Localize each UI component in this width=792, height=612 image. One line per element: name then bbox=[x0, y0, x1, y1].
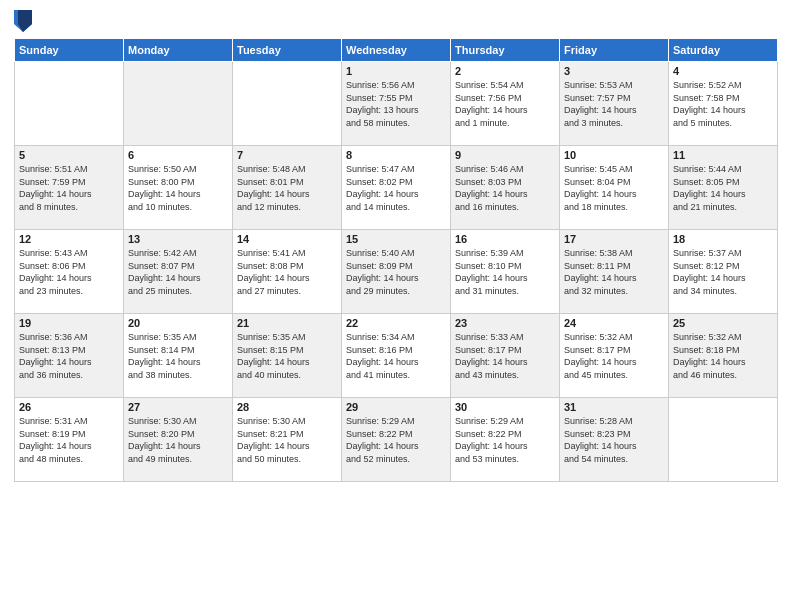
weekday-header-tuesday: Tuesday bbox=[233, 39, 342, 62]
day-number: 28 bbox=[237, 401, 337, 413]
calendar-day: 22Sunrise: 5:34 AMSunset: 8:16 PMDayligh… bbox=[342, 314, 451, 398]
calendar-day: 30Sunrise: 5:29 AMSunset: 8:22 PMDayligh… bbox=[451, 398, 560, 482]
day-info: Sunrise: 5:54 AMSunset: 7:56 PMDaylight:… bbox=[455, 79, 555, 129]
day-number: 7 bbox=[237, 149, 337, 161]
day-number: 29 bbox=[346, 401, 446, 413]
day-number: 19 bbox=[19, 317, 119, 329]
day-number: 2 bbox=[455, 65, 555, 77]
day-number: 22 bbox=[346, 317, 446, 329]
day-info: Sunrise: 5:29 AMSunset: 8:22 PMDaylight:… bbox=[346, 415, 446, 465]
day-info: Sunrise: 5:35 AMSunset: 8:14 PMDaylight:… bbox=[128, 331, 228, 381]
calendar-day: 10Sunrise: 5:45 AMSunset: 8:04 PMDayligh… bbox=[560, 146, 669, 230]
weekday-row: SundayMondayTuesdayWednesdayThursdayFrid… bbox=[15, 39, 778, 62]
day-number: 15 bbox=[346, 233, 446, 245]
day-info: Sunrise: 5:30 AMSunset: 8:20 PMDaylight:… bbox=[128, 415, 228, 465]
calendar-day: 3Sunrise: 5:53 AMSunset: 7:57 PMDaylight… bbox=[560, 62, 669, 146]
calendar-day: 28Sunrise: 5:30 AMSunset: 8:21 PMDayligh… bbox=[233, 398, 342, 482]
day-info: Sunrise: 5:52 AMSunset: 7:58 PMDaylight:… bbox=[673, 79, 773, 129]
day-info: Sunrise: 5:35 AMSunset: 8:15 PMDaylight:… bbox=[237, 331, 337, 381]
calendar-week-5: 26Sunrise: 5:31 AMSunset: 8:19 PMDayligh… bbox=[15, 398, 778, 482]
day-number: 9 bbox=[455, 149, 555, 161]
calendar-day: 4Sunrise: 5:52 AMSunset: 7:58 PMDaylight… bbox=[669, 62, 778, 146]
calendar-day: 20Sunrise: 5:35 AMSunset: 8:14 PMDayligh… bbox=[124, 314, 233, 398]
calendar-day: 25Sunrise: 5:32 AMSunset: 8:18 PMDayligh… bbox=[669, 314, 778, 398]
logo bbox=[14, 10, 34, 32]
day-number: 17 bbox=[564, 233, 664, 245]
calendar-day: 26Sunrise: 5:31 AMSunset: 8:19 PMDayligh… bbox=[15, 398, 124, 482]
logo-icon bbox=[14, 10, 32, 32]
calendar-day: 19Sunrise: 5:36 AMSunset: 8:13 PMDayligh… bbox=[15, 314, 124, 398]
header bbox=[14, 10, 778, 32]
calendar-day: 21Sunrise: 5:35 AMSunset: 8:15 PMDayligh… bbox=[233, 314, 342, 398]
day-number: 31 bbox=[564, 401, 664, 413]
day-info: Sunrise: 5:45 AMSunset: 8:04 PMDaylight:… bbox=[564, 163, 664, 213]
day-info: Sunrise: 5:28 AMSunset: 8:23 PMDaylight:… bbox=[564, 415, 664, 465]
day-number: 6 bbox=[128, 149, 228, 161]
day-info: Sunrise: 5:38 AMSunset: 8:11 PMDaylight:… bbox=[564, 247, 664, 297]
day-info: Sunrise: 5:46 AMSunset: 8:03 PMDaylight:… bbox=[455, 163, 555, 213]
calendar-day: 2Sunrise: 5:54 AMSunset: 7:56 PMDaylight… bbox=[451, 62, 560, 146]
calendar-day: 6Sunrise: 5:50 AMSunset: 8:00 PMDaylight… bbox=[124, 146, 233, 230]
day-info: Sunrise: 5:32 AMSunset: 8:17 PMDaylight:… bbox=[564, 331, 664, 381]
day-number: 21 bbox=[237, 317, 337, 329]
calendar-day: 23Sunrise: 5:33 AMSunset: 8:17 PMDayligh… bbox=[451, 314, 560, 398]
weekday-header-monday: Monday bbox=[124, 39, 233, 62]
calendar-body: 1Sunrise: 5:56 AMSunset: 7:55 PMDaylight… bbox=[15, 62, 778, 482]
calendar-day: 9Sunrise: 5:46 AMSunset: 8:03 PMDaylight… bbox=[451, 146, 560, 230]
calendar-day: 14Sunrise: 5:41 AMSunset: 8:08 PMDayligh… bbox=[233, 230, 342, 314]
weekday-header-sunday: Sunday bbox=[15, 39, 124, 62]
weekday-header-wednesday: Wednesday bbox=[342, 39, 451, 62]
day-number: 5 bbox=[19, 149, 119, 161]
calendar-day bbox=[15, 62, 124, 146]
calendar-week-3: 12Sunrise: 5:43 AMSunset: 8:06 PMDayligh… bbox=[15, 230, 778, 314]
calendar-day: 24Sunrise: 5:32 AMSunset: 8:17 PMDayligh… bbox=[560, 314, 669, 398]
day-number: 1 bbox=[346, 65, 446, 77]
day-info: Sunrise: 5:53 AMSunset: 7:57 PMDaylight:… bbox=[564, 79, 664, 129]
calendar-day: 29Sunrise: 5:29 AMSunset: 8:22 PMDayligh… bbox=[342, 398, 451, 482]
day-number: 11 bbox=[673, 149, 773, 161]
day-number: 4 bbox=[673, 65, 773, 77]
day-info: Sunrise: 5:48 AMSunset: 8:01 PMDaylight:… bbox=[237, 163, 337, 213]
day-number: 14 bbox=[237, 233, 337, 245]
page: SundayMondayTuesdayWednesdayThursdayFrid… bbox=[0, 0, 792, 492]
day-number: 12 bbox=[19, 233, 119, 245]
day-number: 25 bbox=[673, 317, 773, 329]
calendar-day: 7Sunrise: 5:48 AMSunset: 8:01 PMDaylight… bbox=[233, 146, 342, 230]
calendar-day: 17Sunrise: 5:38 AMSunset: 8:11 PMDayligh… bbox=[560, 230, 669, 314]
calendar-day: 12Sunrise: 5:43 AMSunset: 8:06 PMDayligh… bbox=[15, 230, 124, 314]
calendar-header: SundayMondayTuesdayWednesdayThursdayFrid… bbox=[15, 39, 778, 62]
day-info: Sunrise: 5:36 AMSunset: 8:13 PMDaylight:… bbox=[19, 331, 119, 381]
calendar-table: SundayMondayTuesdayWednesdayThursdayFrid… bbox=[14, 38, 778, 482]
day-number: 30 bbox=[455, 401, 555, 413]
calendar-day bbox=[124, 62, 233, 146]
day-number: 8 bbox=[346, 149, 446, 161]
day-info: Sunrise: 5:39 AMSunset: 8:10 PMDaylight:… bbox=[455, 247, 555, 297]
calendar-day: 27Sunrise: 5:30 AMSunset: 8:20 PMDayligh… bbox=[124, 398, 233, 482]
day-number: 27 bbox=[128, 401, 228, 413]
day-info: Sunrise: 5:43 AMSunset: 8:06 PMDaylight:… bbox=[19, 247, 119, 297]
day-info: Sunrise: 5:29 AMSunset: 8:22 PMDaylight:… bbox=[455, 415, 555, 465]
day-number: 26 bbox=[19, 401, 119, 413]
calendar-week-4: 19Sunrise: 5:36 AMSunset: 8:13 PMDayligh… bbox=[15, 314, 778, 398]
calendar-day bbox=[669, 398, 778, 482]
day-info: Sunrise: 5:44 AMSunset: 8:05 PMDaylight:… bbox=[673, 163, 773, 213]
day-info: Sunrise: 5:32 AMSunset: 8:18 PMDaylight:… bbox=[673, 331, 773, 381]
day-info: Sunrise: 5:42 AMSunset: 8:07 PMDaylight:… bbox=[128, 247, 228, 297]
calendar-day: 16Sunrise: 5:39 AMSunset: 8:10 PMDayligh… bbox=[451, 230, 560, 314]
calendar-week-2: 5Sunrise: 5:51 AMSunset: 7:59 PMDaylight… bbox=[15, 146, 778, 230]
day-info: Sunrise: 5:34 AMSunset: 8:16 PMDaylight:… bbox=[346, 331, 446, 381]
weekday-header-thursday: Thursday bbox=[451, 39, 560, 62]
calendar-week-1: 1Sunrise: 5:56 AMSunset: 7:55 PMDaylight… bbox=[15, 62, 778, 146]
day-info: Sunrise: 5:33 AMSunset: 8:17 PMDaylight:… bbox=[455, 331, 555, 381]
day-number: 13 bbox=[128, 233, 228, 245]
day-number: 23 bbox=[455, 317, 555, 329]
calendar-day: 31Sunrise: 5:28 AMSunset: 8:23 PMDayligh… bbox=[560, 398, 669, 482]
calendar-day: 11Sunrise: 5:44 AMSunset: 8:05 PMDayligh… bbox=[669, 146, 778, 230]
day-info: Sunrise: 5:56 AMSunset: 7:55 PMDaylight:… bbox=[346, 79, 446, 129]
calendar-day: 15Sunrise: 5:40 AMSunset: 8:09 PMDayligh… bbox=[342, 230, 451, 314]
day-number: 24 bbox=[564, 317, 664, 329]
day-number: 3 bbox=[564, 65, 664, 77]
calendar-day: 8Sunrise: 5:47 AMSunset: 8:02 PMDaylight… bbox=[342, 146, 451, 230]
day-number: 10 bbox=[564, 149, 664, 161]
calendar-day: 13Sunrise: 5:42 AMSunset: 8:07 PMDayligh… bbox=[124, 230, 233, 314]
